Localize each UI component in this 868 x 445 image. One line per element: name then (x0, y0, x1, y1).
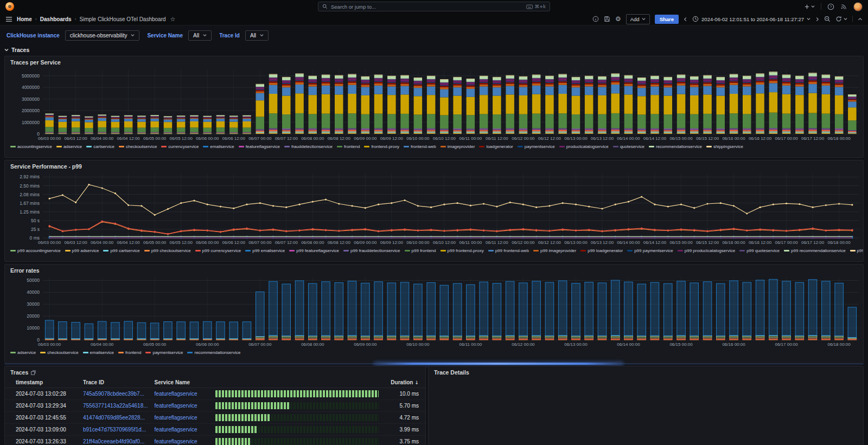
legend-item[interactable]: checkoutservice (40, 350, 78, 355)
time-range-back-icon[interactable] (684, 17, 687, 22)
panel-title[interactable]: Traces (5, 366, 425, 376)
trace-id-link[interactable]: 75563771413a22a54618... (83, 403, 148, 409)
favorite-star-icon[interactable]: ☆ (170, 16, 176, 23)
panel-link-icon[interactable] (31, 370, 36, 375)
table-row[interactable]: 2024-07-03 13:29:3475563771413a22a54618.… (5, 400, 425, 412)
variable-value-dropdown[interactable]: clickhouse-observability (65, 30, 140, 41)
legend-item[interactable]: cartservice (86, 144, 114, 149)
legend-item[interactable]: p99 frauddetectionservice (343, 248, 400, 253)
legend-item[interactable]: p99 productcatalogservice (678, 248, 735, 253)
legend-item[interactable]: p99 accountingservice (10, 248, 61, 253)
service-name-link[interactable]: featureflagservice (155, 415, 197, 421)
column-header-trace-id[interactable]: Trace ID (80, 377, 151, 388)
legend-item[interactable]: frontend-proxy (364, 144, 399, 149)
save-dashboard-icon[interactable] (604, 16, 610, 22)
legend-item[interactable]: p99 quoteservice (739, 248, 780, 253)
legend-item[interactable]: p99 imageprovider (533, 248, 576, 253)
table-row[interactable]: 2024-07-03 13:02:28745a59078cbdeec39b7..… (5, 388, 425, 400)
legend-item[interactable]: frontend (118, 350, 141, 355)
trace-id-link[interactable]: b91ce47d753709695f1d... (83, 427, 146, 433)
legend-item[interactable]: p99 frontend (405, 248, 436, 253)
legend-item[interactable]: loadgenerator (479, 144, 513, 149)
variable-label[interactable]: ClickHouse instance (4, 31, 62, 40)
legend-item[interactable]: p99 emailservice (245, 248, 285, 253)
breadcrumb-home[interactable]: Home (17, 16, 32, 22)
legend-item[interactable]: p99 currencyservice (195, 248, 241, 253)
service-name-link[interactable]: featureflagservice (155, 391, 197, 397)
refresh-icon[interactable] (835, 16, 847, 22)
scrollbar-thumb[interactable] (374, 363, 623, 365)
legend-item[interactable]: frontend (337, 144, 360, 149)
service-name-link[interactable]: featureflagservice (155, 427, 197, 433)
dashboard-settings-gear-icon[interactable]: ⚙ (615, 15, 621, 23)
legend-item[interactable]: shippingservice (706, 144, 743, 149)
legend-item[interactable]: p99 cartservice (103, 248, 139, 253)
legend-item[interactable]: frontend-web (404, 144, 436, 149)
bar-segment-cartservice (124, 133, 133, 134)
zoom-out-icon[interactable] (824, 16, 831, 22)
user-avatar[interactable] (853, 2, 863, 11)
panel-title[interactable]: Error rates (5, 265, 863, 274)
panel-title[interactable]: Trace Details (429, 366, 863, 376)
panel-title[interactable]: Traces per Service (5, 56, 863, 66)
trace-id-link[interactable]: 745a59078cbdeec39b7... (83, 391, 144, 397)
legend-item[interactable]: p99 shippingservice (850, 248, 863, 253)
collapse-toolbar-icon[interactable] (858, 17, 863, 21)
add-button[interactable]: Add (626, 14, 650, 24)
add-new-button[interactable] (804, 4, 815, 10)
time-range-forward-icon[interactable] (815, 17, 819, 22)
search-input[interactable]: Search or jump to... ⌘+k (318, 2, 550, 11)
table-row[interactable]: 2024-07-03 12:45:5541474d0769d85ee2828..… (5, 412, 425, 424)
service-performance-chart[interactable]: 0 ms25 s50 s1.25 mins1.67 mins2.08 mins2… (5, 170, 863, 246)
legend-item[interactable]: accountingservice (10, 144, 52, 149)
menu-icon[interactable] (5, 16, 12, 22)
variable-value-dropdown[interactable]: All (245, 30, 269, 41)
legend-item[interactable]: p99 frontend-proxy (441, 248, 484, 253)
time-range-picker[interactable]: 2024-06-02 12:01:51 to 2024-06-18 11:27:… (692, 16, 810, 22)
legend-item[interactable]: p99 frontend-web (488, 248, 529, 253)
help-icon[interactable]: ? (827, 3, 834, 10)
legend-item[interactable]: paymentservice (518, 144, 555, 149)
legend-item[interactable]: p99 featureflagservice (289, 248, 339, 253)
legend-item[interactable]: p99 paymentservice (627, 248, 673, 253)
legend-item[interactable]: p99 recommendationservice (784, 248, 846, 253)
service-name-link[interactable]: featureflagservice (155, 403, 197, 409)
legend-item[interactable]: emailservice (83, 350, 114, 355)
grafana-logo[interactable] (5, 2, 14, 11)
legend-item[interactable]: adservice (10, 350, 36, 355)
column-header-service-name[interactable]: Service Name (151, 377, 212, 388)
column-header-duration[interactable]: Duration↓ (382, 377, 425, 388)
dashboard-insights-icon[interactable] (592, 16, 599, 22)
table-row[interactable]: 2024-07-03 13:09:00b91ce47d753709695f1d.… (5, 424, 425, 436)
service-name-link[interactable]: featureflagservice (155, 438, 197, 444)
panel-title[interactable]: Service Performance - p99 (5, 160, 863, 170)
row-traces-header[interactable]: Traces (4, 45, 864, 54)
variable-value-dropdown[interactable]: All (188, 30, 212, 41)
trace-id-link[interactable]: 21ff4a0ceeaeb4fd90af0... (83, 438, 144, 444)
legend-item[interactable]: imageprovider (441, 144, 475, 149)
legend-item[interactable]: adservice (56, 144, 82, 149)
share-button[interactable]: Share (655, 15, 679, 24)
column-header-timestamp[interactable]: timestamp (5, 377, 80, 388)
legend-item[interactable]: quoteservice (613, 144, 644, 149)
news-icon[interactable] (840, 3, 847, 10)
variable-label[interactable]: Trace Id (217, 31, 242, 40)
legend-item[interactable]: p99 checkoutservice (144, 248, 191, 253)
breadcrumb-dashboards[interactable]: Dashboards (40, 16, 72, 22)
legend-item[interactable]: currencyservice (161, 144, 199, 149)
traces-per-service-chart[interactable]: 01000000200000030000004000000500000006/0… (5, 66, 863, 142)
legend-item[interactable]: p99 loadgenerator (580, 248, 623, 253)
legend-item[interactable]: productcatalogservice (559, 144, 609, 149)
table-row[interactable]: 2024-07-03 13:26:3321ff4a0ceeaeb4fd90af0… (5, 436, 425, 445)
legend-item[interactable]: emailservice (203, 144, 234, 149)
error-rates-chart[interactable]: 0100002000030000400005000006/03 00:0006/… (5, 274, 863, 348)
trace-id-link[interactable]: 41474d0769d85ee2828... (83, 415, 145, 421)
legend-item[interactable]: recommendationservice (649, 144, 702, 149)
legend-item[interactable]: p99 adservice (65, 248, 99, 253)
variable-label[interactable]: Service Name (145, 31, 185, 40)
legend-item[interactable]: featureflagservice (239, 144, 280, 149)
legend-item[interactable]: paymentservice (145, 350, 183, 355)
legend-item[interactable]: checkoutservice (119, 144, 157, 149)
legend-item[interactable]: frauddetectionservice (284, 144, 333, 149)
legend-item[interactable]: recommendationservice (187, 350, 240, 355)
